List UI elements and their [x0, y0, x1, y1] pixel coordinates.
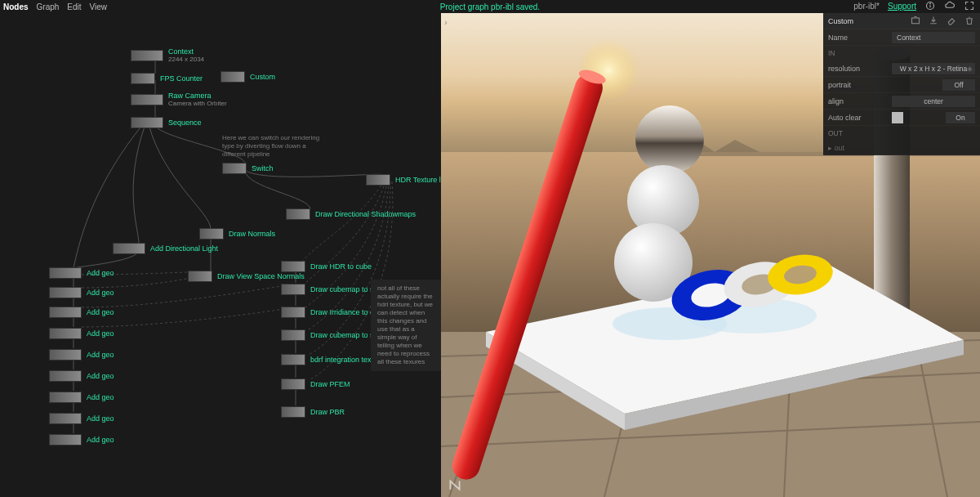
node-sequence[interactable]: Sequence — [131, 116, 202, 129]
svg-rect-3 — [912, 18, 920, 24]
node-thumb — [49, 267, 82, 279]
props-out-port: ▸ out — [828, 144, 892, 152]
comment-cubemap: not all of these actually require the hd… — [371, 280, 441, 371]
props-name-value[interactable]: Context — [892, 32, 975, 43]
node-thumb — [281, 284, 305, 295]
node-thumb — [281, 307, 305, 318]
node-thumb — [281, 329, 305, 341]
node-thumb — [49, 349, 82, 360]
node-pbr[interactable]: Draw PBR — [281, 405, 345, 419]
menu-graph[interactable]: Graph — [37, 2, 60, 11]
props-resolution-row: resolution W x 2 x H x 2 - Retina◈ — [823, 60, 980, 77]
node-thumb — [199, 228, 224, 240]
node-add-geo-3[interactable]: Add geo — [49, 327, 114, 340]
props-portrait-value[interactable]: Off — [942, 79, 975, 91]
trash-icon[interactable] — [964, 15, 975, 26]
props-autoclear-row: Auto clear On — [823, 110, 980, 126]
fullscreen-icon[interactable] — [964, 0, 975, 11]
node-add-geo-0[interactable]: Add geo — [49, 266, 114, 280]
node-label: Draw PFEM — [310, 380, 350, 388]
info-icon[interactable] — [924, 0, 936, 11]
node-label: Add geo — [87, 329, 114, 338]
node-add-directional-light[interactable]: Add Directional Light — [113, 242, 218, 255]
props-title: Custom — [828, 17, 892, 25]
node-thumb — [131, 50, 163, 61]
node-add-geo-2[interactable]: Add geo — [49, 306, 114, 319]
node-add-geo-6[interactable]: Add geo — [49, 391, 114, 404]
props-name-label: Name — [828, 34, 892, 42]
node-label: Add Directional Light — [150, 244, 218, 253]
node-thumb — [49, 307, 82, 318]
node-hdr-to-cube[interactable]: Draw HDR to cube — [281, 260, 372, 273]
props-portrait-row: portrait Off — [823, 77, 980, 93]
node-switch[interactable]: Switch — [222, 162, 274, 175]
node-label: Add geo — [87, 351, 114, 359]
viewport-logo — [448, 477, 462, 492]
node-thumb — [49, 328, 82, 339]
svg-point-2 — [930, 3, 931, 4]
node-label: Add geo — [87, 393, 114, 401]
menubar: Nodes Graph Edit View Project graph pbr-… — [0, 0, 980, 13]
node-fps[interactable]: FPS Counter — [131, 72, 203, 85]
eraser-icon[interactable] — [946, 15, 957, 26]
node-add-geo-5[interactable]: Add geo — [49, 369, 114, 383]
visibility-icon[interactable]: ◈ — [967, 65, 973, 73]
support-link[interactable]: Support — [888, 2, 916, 11]
props-autoclear-value[interactable]: On — [946, 112, 975, 123]
node-thumb — [49, 413, 82, 424]
node-draw-normals[interactable]: Draw Normals — [199, 227, 275, 240]
props-align-value[interactable]: center — [892, 96, 975, 107]
props-out-section: OUT — [823, 126, 980, 141]
node-label: Draw PBR — [310, 408, 345, 416]
node-thumb — [286, 208, 310, 220]
node-thumb — [49, 370, 82, 382]
node-draw-shadowmaps[interactable]: Draw Directional Shadowmaps — [286, 208, 416, 221]
props-resolution-value[interactable]: W x 2 x H x 2 - Retina◈ — [892, 63, 975, 74]
node-label: Switch — [252, 164, 274, 172]
props-resolution-label: resolution — [828, 65, 892, 73]
node-thumb — [222, 163, 247, 174]
node-add-geo-7[interactable]: Add geo — [49, 412, 114, 425]
node-label: Draw Normals — [229, 230, 275, 238]
node-context[interactable]: Context 2244 x 2034 — [131, 49, 204, 62]
node-thumb — [220, 71, 245, 83]
collapse-panel-icon[interactable]: › — [441, 16, 452, 28]
node-thumb — [49, 434, 82, 446]
node-thumb — [281, 378, 305, 390]
color-swatch[interactable] — [892, 112, 903, 123]
node-custom[interactable]: Custom — [220, 70, 275, 83]
node-bdrf[interactable]: bdrf integration texture — [281, 353, 384, 366]
node-label: FPS Counter — [160, 74, 203, 83]
node-add-geo-4[interactable]: Add geo — [49, 348, 114, 361]
node-sublabel: Camera with Orbiter — [168, 100, 227, 108]
node-raw-camera[interactable]: Raw Camera Camera with Orbiter — [131, 93, 227, 106]
props-name-row: Name Context — [823, 29, 980, 46]
project-name: pbr-ibl* — [853, 2, 880, 11]
svg-point-24 — [635, 105, 704, 174]
node-add-geo-8[interactable]: Add geo — [49, 433, 114, 446]
node-label: Add geo — [87, 269, 114, 277]
node-hdr-texture-load[interactable]: HDR Texture load — [366, 173, 453, 186]
node-label: Draw HDR to cube — [310, 262, 372, 271]
node-thumb — [131, 94, 163, 105]
comment-switch: Here we can switch our rendering type by… — [222, 134, 320, 159]
node-sublabel: 2244 x 2034 — [168, 56, 204, 64]
graph-canvas[interactable]: .e{stroke:#555;stroke-width:1;fill:none}… — [0, 0, 441, 497]
status-message: Project graph pbr-ibl saved. — [440, 2, 540, 11]
node-label: Draw Directional Shadowmaps — [315, 210, 416, 218]
node-thumb — [366, 174, 390, 186]
node-thumb — [281, 261, 305, 272]
node-pfem[interactable]: Draw PFEM — [281, 378, 350, 391]
menu-view[interactable]: View — [90, 2, 108, 11]
props-align-row: align center — [823, 93, 980, 110]
export-icon[interactable] — [910, 15, 921, 26]
toolbar-icons — [910, 15, 975, 26]
node-add-geo-1[interactable]: Add geo — [49, 286, 114, 299]
menu-edit[interactable]: Edit — [67, 2, 81, 11]
menu-nodes[interactable]: Nodes — [3, 2, 29, 11]
props-autoclear-label: Auto clear — [828, 114, 892, 122]
properties-panel: Custom Name Context IN resolution W x 2 … — [823, 13, 980, 155]
node-thumb — [281, 354, 305, 365]
download-icon[interactable] — [928, 15, 939, 26]
cloud-icon[interactable] — [944, 0, 956, 11]
